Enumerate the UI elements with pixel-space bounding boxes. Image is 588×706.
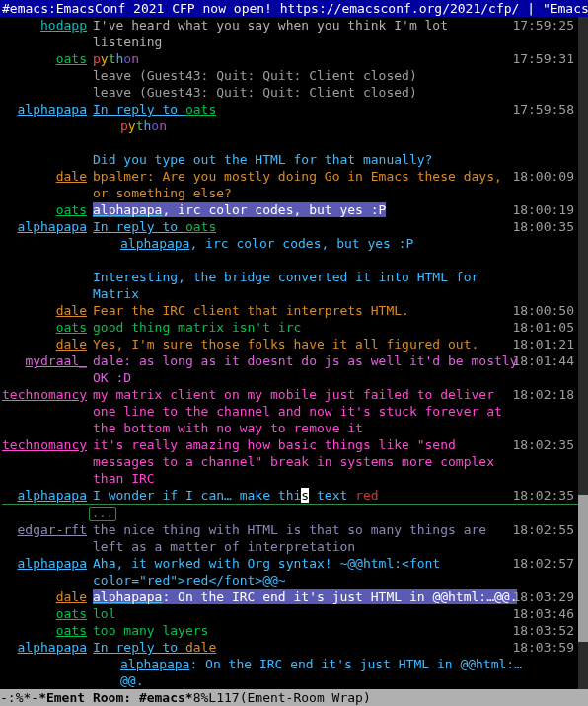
nick-mydraal[interactable]: mydraal_ — [25, 353, 87, 368]
nick-column: hodapp — [2, 17, 93, 34]
channel-name: #emacs — [2, 0, 48, 17]
timestamp: 18:02:35 — [512, 487, 574, 504]
timestamp: 18:01:05 — [512, 319, 574, 336]
nick-column: technomancy — [2, 386, 93, 403]
message-body[interactable]: alphapapa, irc color codes, but yes :P — [93, 235, 588, 252]
reply-target[interactable]: oats — [185, 102, 216, 117]
emacs-screen: #emacs: EmacsConf 2021 CFP now open! htt… — [0, 0, 588, 706]
timestamp: 17:59:25 — [512, 17, 574, 34]
nick-column: oats — [2, 50, 93, 67]
in-reply-to-link[interactable]: In reply to — [93, 640, 185, 655]
nick-oats[interactable]: oats — [56, 202, 87, 217]
nick-oats[interactable]: oats — [56, 51, 87, 66]
nick-alphapapa[interactable]: alphapapa — [18, 219, 87, 234]
scroll-percent: 8% — [193, 689, 209, 706]
nick-column: alphapapa — [2, 218, 93, 235]
mention-link[interactable]: alphapapa — [93, 589, 162, 604]
nick-column: dale — [2, 302, 93, 319]
timestamp: 18:02:57 — [512, 555, 574, 572]
timestamp: 18:03:46 — [512, 605, 574, 622]
nick-column: oats — [2, 319, 93, 336]
nick-dale[interactable]: dale — [56, 337, 87, 352]
text-cursor: s — [301, 488, 309, 503]
rainbow-text: python — [120, 118, 167, 133]
nick-column: alphapapa — [2, 555, 93, 572]
scrollbar-thumb[interactable] — [578, 495, 588, 643]
mention-link[interactable]: alphapapa — [120, 236, 189, 251]
message-body[interactable]: alphapapa: On the IRC end it's just HTML… — [93, 656, 588, 689]
highlighted-message: alphapapa: On the IRC end it's just HTML… — [93, 589, 517, 604]
timestamp: 18:03:29 — [512, 588, 574, 605]
nick-alphapapa[interactable]: alphapapa — [18, 640, 87, 655]
nick-alphapapa[interactable]: alphapapa — [18, 102, 87, 117]
highlighted-message: alphapapa, irc color codes, but yes :P — [93, 202, 386, 217]
message-body[interactable]: leave (Guest43: Quit: Quit: Client close… — [93, 67, 588, 84]
timestamp: 18:02:35 — [512, 436, 574, 453]
nick-technomancy[interactable]: technomancy — [2, 387, 87, 402]
nick-column: oats — [2, 622, 93, 639]
nick-column: dale — [2, 336, 93, 353]
reply-target[interactable]: oats — [185, 219, 216, 234]
nick-column: dale — [2, 588, 93, 605]
nick-column: alphapapa — [2, 101, 93, 118]
timestamp: 18:02:55 — [512, 521, 574, 538]
timestamp: 18:00:19 — [512, 201, 574, 218]
message-body[interactable]: Did you type out the HTML for that manua… — [93, 151, 588, 168]
nick-column: dale — [2, 168, 93, 185]
timestamp: 17:59:31 — [512, 50, 574, 67]
nick-oats[interactable]: oats — [56, 320, 87, 335]
message-body[interactable]: leave (Guest43: Quit: Quit: Client close… — [93, 84, 588, 101]
nick-column: alphapapa — [2, 487, 93, 504]
timestamp: 17:59:58 — [512, 101, 574, 118]
mode-line: -:%*- *Ement Room: #emacs* 8% L117 (Emen… — [0, 689, 588, 706]
mention-link[interactable]: alphapapa — [93, 202, 162, 217]
timestamp: 18:01:21 — [512, 336, 574, 353]
nick-technomancy[interactable]: technomancy — [2, 437, 87, 452]
timestamp: 18:03:52 — [512, 622, 574, 639]
nick-alphapapa[interactable]: alphapapa — [18, 556, 87, 571]
line-number: L117 — [208, 689, 239, 706]
rainbow-text: python — [93, 51, 139, 66]
scrollbar[interactable] — [578, 17, 588, 689]
nick-oats[interactable]: oats — [56, 623, 87, 638]
nick-column: edgar-rft — [2, 521, 93, 538]
nick-column: technomancy — [2, 436, 93, 453]
timestamp: 18:03:59 — [512, 639, 574, 656]
in-reply-to-link[interactable]: In reply to — [93, 219, 185, 234]
buffer-name: *Ement Room: #emacs* — [38, 689, 193, 706]
mention-link[interactable]: alphapapa — [120, 657, 189, 671]
message-body[interactable]: python — [93, 118, 588, 134]
channel-topic: EmacsConf 2021 CFP now open! https://ema… — [56, 0, 588, 17]
major-mode: (Ement-Room Wrap) — [240, 689, 371, 706]
timestamp: 18:00:35 — [512, 218, 574, 235]
timestamp: 18:00:09 — [512, 168, 574, 185]
title-bar: #emacs: EmacsConf 2021 CFP now open! htt… — [0, 0, 588, 17]
nick-column: mydraal_ — [2, 353, 93, 369]
timestamp: 18:00:50 — [512, 302, 574, 319]
nick-oats[interactable]: oats — [56, 606, 87, 621]
nick-dale[interactable]: dale — [56, 303, 87, 318]
chat-buffer[interactable]: 17:59:25hodappI've heard what you say wh… — [0, 17, 588, 689]
message-body[interactable]: Interesting, the bridge converted it int… — [93, 269, 588, 302]
timestamp: 18:02:18 — [512, 386, 574, 403]
nick-edgarrft[interactable]: edgar-rft — [18, 522, 87, 537]
nick-column: oats — [2, 605, 93, 622]
timestamp: 18:01:44 — [512, 353, 574, 369]
nick-hodapp[interactable]: hodapp — [40, 18, 87, 33]
nick-column: alphapapa — [2, 639, 93, 656]
nick-alphapapa[interactable]: alphapapa — [18, 488, 87, 503]
reply-target[interactable]: dale — [185, 640, 216, 655]
nick-dale[interactable]: dale — [56, 589, 87, 604]
nick-dale[interactable]: dale — [56, 169, 87, 184]
nick-column: oats — [2, 201, 93, 218]
fold-indicator[interactable]: ... — [89, 507, 116, 521]
in-reply-to-link[interactable]: In reply to — [93, 102, 185, 117]
